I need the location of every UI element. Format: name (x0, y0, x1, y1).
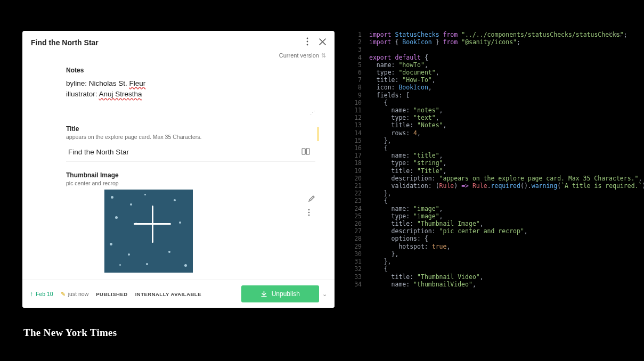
line-number: 17 (354, 152, 369, 159)
line-number: 14 (354, 129, 369, 137)
more-menu-icon[interactable] (308, 209, 315, 218)
download-icon (260, 291, 267, 298)
line-number: 9 (354, 92, 369, 99)
line-number: 22 (354, 190, 369, 197)
notes-field: Notes byline: Nicholas St. Fleur illustr… (66, 67, 315, 116)
code-line[interactable]: 31 }, (354, 258, 626, 265)
line-number: 26 (354, 220, 369, 227)
line-number: 15 (354, 137, 369, 144)
code-line[interactable]: 34 name: "thumbnailVideo", (354, 281, 626, 288)
publish-date[interactable]: ↑ Feb 10 (30, 290, 53, 298)
code-line[interactable]: 5 name: "howTo", (354, 61, 626, 69)
version-selector[interactable]: Current version⇅ (22, 52, 335, 63)
line-number: 18 (354, 159, 369, 167)
line-number: 25 (354, 212, 369, 220)
resize-handle-icon[interactable]: ⋰ (66, 110, 315, 116)
thumbnail-preview[interactable] (104, 190, 193, 273)
sort-icon: ⇅ (321, 52, 326, 59)
code-line[interactable]: 4export default { (354, 54, 626, 61)
presence-indicator (317, 127, 319, 141)
field-description: pic center and recrop (66, 180, 315, 186)
code-line[interactable]: 29 hotspot: true, (354, 243, 626, 250)
close-icon[interactable] (319, 38, 326, 47)
line-number: 19 (354, 167, 369, 175)
code-line[interactable]: 1import StatusChecks from "../../compone… (354, 31, 626, 38)
svg-point-4 (308, 211, 310, 213)
line-number: 33 (354, 273, 369, 281)
code-line[interactable]: 21 validation: (Rule) => Rule.required()… (354, 182, 626, 190)
code-line[interactable]: 27 description: "pic center and recrop", (354, 227, 626, 235)
notes-textarea[interactable]: byline: Nicholas St. Fleur illustrator: … (66, 78, 315, 100)
code-line[interactable]: 18 type: "string", (354, 159, 626, 167)
line-number: 5 (354, 61, 369, 69)
line-number: 6 (354, 69, 369, 76)
book-icon[interactable] (301, 147, 310, 157)
internal-badge: INTERNALLY AVAILABLE (135, 291, 201, 297)
code-line[interactable]: 8 icon: BookIcon, (354, 84, 626, 91)
line-number: 28 (354, 235, 369, 242)
code-line[interactable]: 30 }, (354, 250, 626, 258)
code-line[interactable]: 26 title: "Thumbnail Image", (354, 220, 626, 227)
code-line[interactable]: 3 (354, 46, 626, 53)
code-line[interactable]: 2import { BookIcon } from "@sanity/icons… (354, 38, 626, 46)
code-line[interactable]: 16 { (354, 144, 626, 152)
code-line[interactable]: 17 name: "title", (354, 152, 626, 159)
field-label: Title (66, 125, 315, 133)
more-menu-icon[interactable] (306, 37, 308, 48)
line-number: 4 (354, 54, 369, 61)
code-line[interactable]: 6 type: "document", (354, 69, 626, 76)
line-number: 30 (354, 250, 369, 258)
code-line[interactable]: 25 type: "image", (354, 212, 626, 220)
code-line[interactable]: 15 }, (354, 137, 626, 144)
svg-point-2 (307, 44, 308, 46)
svg-point-3 (308, 209, 310, 210)
field-description: appears on the explore page card. Max 35… (66, 134, 315, 140)
arrow-up-icon: ↑ (30, 290, 33, 298)
code-line[interactable]: 14 rows: 4, (354, 129, 626, 137)
line-number: 20 (354, 175, 369, 182)
title-field: Title appears on the explore page card. … (66, 125, 315, 162)
line-number: 11 (354, 106, 369, 114)
unpublish-button[interactable]: Unpublish (241, 285, 319, 302)
line-number: 2 (354, 38, 369, 46)
thumbnail-image-field: Thumbnail Image pic center and recrop (66, 171, 315, 273)
edit-icon[interactable] (308, 195, 315, 204)
line-number: 16 (354, 144, 369, 152)
pencil-icon: ✎ (61, 291, 66, 298)
code-line[interactable]: 19 title: "Title", (354, 167, 626, 175)
svg-point-5 (308, 214, 310, 216)
line-number: 12 (354, 114, 369, 121)
studio-header: Find the North Star (22, 31, 335, 52)
code-editor[interactable]: You, 1import StatusChecks from "../../co… (354, 31, 626, 292)
line-number: 13 (354, 121, 369, 129)
line-number: 1 (354, 31, 369, 38)
studio-footer: ↑ Feb 10 ✎ just now PUBLISHED INTERNALLY… (22, 280, 335, 308)
chevron-down-icon[interactable]: ⌄ (322, 291, 327, 298)
git-blame: You, (609, 31, 623, 38)
code-line[interactable]: 23 { (354, 197, 626, 204)
code-line[interactable]: 33 title: "Thumbnail Video", (354, 273, 626, 281)
field-label: Thumbnail Image (66, 171, 315, 179)
code-line[interactable]: 9 fields: [ (354, 92, 626, 99)
code-line[interactable]: 7 title: "How-To", (354, 76, 626, 84)
code-line[interactable]: 28 options: { (354, 235, 626, 242)
line-number: 24 (354, 205, 369, 212)
title-input[interactable]: Find the North Star (66, 143, 315, 162)
code-line[interactable]: 24 name: "image", (354, 205, 626, 212)
code-line[interactable]: 20 description: "appears on the explore … (354, 175, 626, 182)
code-line[interactable]: 10 { (354, 99, 626, 106)
code-line[interactable]: 32 { (354, 265, 626, 273)
field-label: Notes (66, 67, 315, 74)
document-title: Find the North Star (31, 38, 306, 47)
line-number: 32 (354, 265, 369, 273)
svg-point-1 (307, 41, 308, 43)
published-badge: PUBLISHED (96, 291, 127, 297)
line-number: 10 (354, 99, 369, 106)
code-line[interactable]: 22 }, (354, 190, 626, 197)
line-number: 23 (354, 197, 369, 204)
code-line[interactable]: 11 name: "notes", (354, 106, 626, 114)
code-line[interactable]: 13 title: "Notes", (354, 121, 626, 129)
last-edited[interactable]: ✎ just now (61, 291, 89, 298)
nyt-logo: The New York Times (23, 327, 117, 339)
code-line[interactable]: 12 type: "text", (354, 114, 626, 121)
